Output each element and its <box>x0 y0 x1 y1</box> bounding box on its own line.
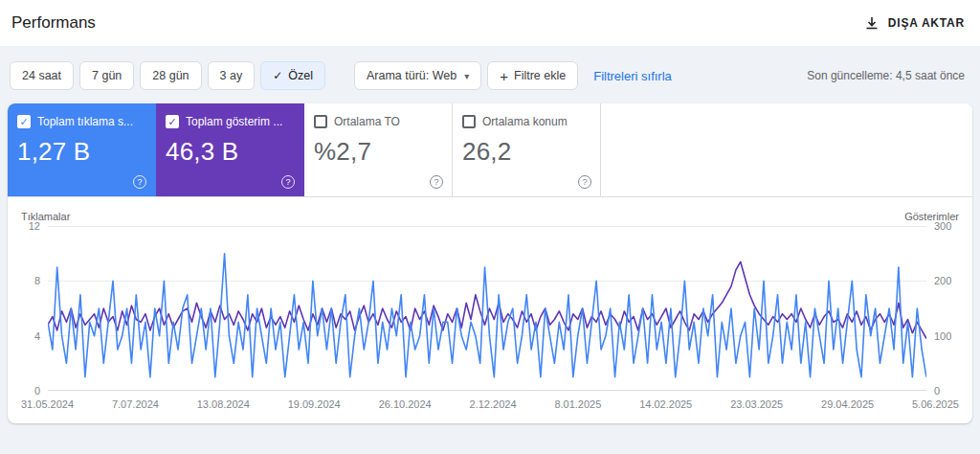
axis-tick-label: 0 <box>934 385 940 397</box>
metric-value: 46,3 B <box>166 137 294 167</box>
axis-tick-label: 12 <box>29 220 40 232</box>
metric-value: %2,7 <box>314 137 442 167</box>
x-axis-label: 26.10.2024 <box>379 398 432 410</box>
x-axis-label: 31.05.2024 <box>21 398 74 410</box>
add-filter-button[interactable]: + Filtre ekle <box>487 61 578 90</box>
axis-tick-label: 0 <box>34 385 40 397</box>
x-axis-label: 23.03.2025 <box>730 398 783 410</box>
help-icon[interactable]: ? <box>430 175 443 189</box>
chevron-down-icon: ▾ <box>464 71 469 81</box>
export-button[interactable]: DIŞA AKTAR <box>865 16 965 30</box>
date-range-chip-28-gun[interactable]: 28 gün <box>140 61 201 90</box>
axis-tick-label: 100 <box>934 330 951 342</box>
last-update-text: Son güncelleme: 4,5 saat önce <box>807 69 965 82</box>
toolbar: 24 saat 7 gün 28 gün 3 ay ✓ Özel Arama t… <box>0 46 980 103</box>
axis-tick-label: 200 <box>934 275 951 286</box>
metric-value: 26,2 <box>462 137 590 167</box>
metric-tiles: ✓ Toplam tıklama s... 1,27 B ? ✓ Toplam … <box>8 103 972 197</box>
axis-tick-label: 300 <box>934 220 951 232</box>
x-axis-label: 7.07.2024 <box>112 398 159 410</box>
metric-label: Toplam gösterim ... <box>186 115 282 128</box>
metric-tile-total-impressions[interactable]: ✓ Toplam gösterim ... 46,3 B ? <box>156 103 304 196</box>
axis-tick-label: 8 <box>34 275 40 286</box>
check-icon: ✓ <box>273 69 282 82</box>
page-title: Performans <box>11 13 96 33</box>
performance-card: ✓ Toplam tıklama s... 1,27 B ? ✓ Toplam … <box>8 103 972 423</box>
page-header: Performans DIŞA AKTAR <box>0 0 980 46</box>
x-axis-label: 13.08.2024 <box>197 398 250 410</box>
x-axis-labels: 31.05.20247.07.202413.08.202419.09.20242… <box>21 398 959 414</box>
x-axis-label: 5.06.2025 <box>912 398 959 410</box>
tiles-filler <box>601 103 972 196</box>
axis-tick-label: 4 <box>34 330 40 342</box>
metric-value: 1,27 B <box>17 137 145 167</box>
performance-chart <box>48 226 926 391</box>
metric-label: Ortalama konum <box>482 115 568 128</box>
help-icon[interactable]: ? <box>281 175 295 189</box>
checkbox-checked-icon[interactable]: ✓ <box>166 115 179 128</box>
left-axis-ticks: 04812 <box>21 226 48 391</box>
x-axis-label: 14.02.2025 <box>639 398 692 410</box>
help-icon[interactable]: ? <box>133 175 146 189</box>
download-icon <box>865 16 879 30</box>
reset-filters-link[interactable]: Filtreleri sıfırla <box>593 69 672 83</box>
checkbox-unchecked-icon[interactable] <box>462 115 476 128</box>
x-axis-label: 8.01.2025 <box>554 398 601 410</box>
metric-tile-average-position[interactable]: Ortalama konum 26,2 ? <box>453 103 601 196</box>
metric-label: Ortalama TO <box>334 115 400 128</box>
plus-icon: + <box>500 69 508 83</box>
metric-label: Toplam tıklama s... <box>37 115 133 128</box>
chart-section: Tıklamalar Gösterimler 04812 0100200300 … <box>8 197 972 423</box>
date-range-chip-ozel[interactable]: ✓ Özel <box>260 61 325 90</box>
right-axis-ticks: 0100200300 <box>926 226 959 391</box>
x-axis-label: 19.09.2024 <box>288 398 341 410</box>
date-range-chip-7-gun[interactable]: 7 gün <box>79 61 134 90</box>
x-axis-label: 2.12.2024 <box>470 398 517 410</box>
metric-tile-total-clicks[interactable]: ✓ Toplam tıklama s... 1,27 B ? <box>8 103 156 196</box>
x-axis-label: 29.04.2025 <box>821 398 874 410</box>
search-type-dropdown[interactable]: Arama türü: Web ▾ <box>354 61 481 90</box>
metric-tile-average-ctr[interactable]: Ortalama TO %2,7 ? <box>304 103 453 196</box>
checkbox-checked-icon[interactable]: ✓ <box>17 115 31 128</box>
date-range-chip-24-saat[interactable]: 24 saat <box>10 61 74 90</box>
chart-svg <box>48 226 926 391</box>
help-icon[interactable]: ? <box>578 175 591 189</box>
export-label: DIŞA AKTAR <box>888 16 965 30</box>
date-range-chip-3-ay[interactable]: 3 ay <box>208 61 256 90</box>
checkbox-unchecked-icon[interactable] <box>314 115 327 128</box>
